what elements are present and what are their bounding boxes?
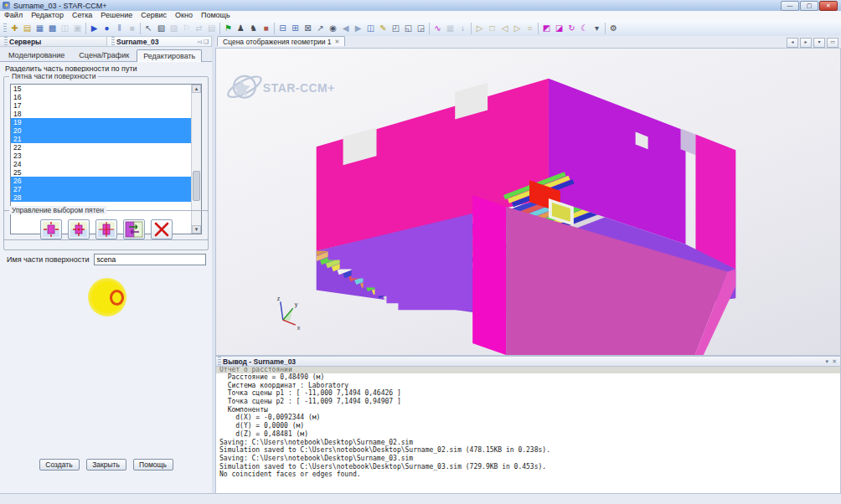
button-Помощь[interactable]: Помощь [133,459,173,471]
menu-Окно[interactable]: Окно [171,11,197,20]
menu-Редактор[interactable]: Редактор [27,11,68,20]
export-view-icon[interactable]: ↗ [314,22,327,35]
output-dropdown-icon[interactable]: ▾ [826,358,829,365]
snapshot-icon[interactable]: ⊟ [276,22,289,35]
patch-list-item[interactable]: 15 [11,85,201,93]
patch-list-item[interactable]: 23 [11,152,201,160]
document-panel-header[interactable]: Surname_03 ◅❏ [107,36,212,47]
button-Создать[interactable]: Создать [39,459,80,471]
deselect-icon[interactable]: ⊠ [302,22,314,35]
button-Закрыть[interactable]: Закрыть [86,459,126,471]
title-bar: ✦ Surname_03 - STAR-CCM+ —▢✕ [0,0,841,12]
play-anim-icon[interactable]: ▷ [473,22,486,35]
flag-icon: ⚐ [180,22,193,35]
close-tab-icon[interactable]: ✕ [335,39,340,45]
grid-layout-icon[interactable]: ◱ [402,22,415,35]
panel-grip [111,37,115,47]
patch-list-item[interactable]: 16 [11,93,201,101]
dark-scene-icon[interactable]: ☾ [578,22,591,35]
patch-list-item[interactable]: 21 [11,135,201,143]
run-icon[interactable]: ▶ [88,22,101,35]
toolbar-grip[interactable] [3,23,7,33]
patch-list-item[interactable]: 17 [11,101,201,110]
maximize-view-button[interactable]: ▭ [827,38,838,48]
arrow-down-icon[interactable]: ↓ [457,22,469,35]
menu-Помощь[interactable]: Помощь [197,11,235,20]
patch-list-item[interactable]: 28 [11,193,201,202]
tab-Моделирование[interactable]: Моделирование [2,49,71,61]
step-forward-icon[interactable]: ▷ [511,22,524,35]
record-icon[interactable]: ● [101,22,113,35]
scroll-tabs-left-button[interactable]: ◂ [787,38,798,48]
step-back-icon[interactable]: ◁ [498,22,511,35]
tab-Редактировать[interactable]: Редактировать [137,49,202,62]
patch-list-item[interactable]: 19 [11,118,201,126]
settings-gear-icon[interactable]: ⚙ [607,22,620,35]
tab-list-button[interactable]: ▾ [813,38,825,48]
scroll-up-icon[interactable]: ▲ [192,85,201,93]
shrink-selection-button[interactable] [68,219,90,239]
grow-shrink-selection-button[interactable] [95,219,117,239]
menu-Сервис[interactable]: Сервис [137,11,171,20]
patch-list-item[interactable]: 24 [11,160,201,168]
menu-Сетка[interactable]: Сетка [68,11,96,20]
mesh-scene-icon[interactable]: ◩ [540,22,553,35]
orbit-camera-icon[interactable]: ◉ [327,22,339,35]
patch-list-item[interactable]: 22 [11,143,201,152]
menu-Решение[interactable]: Решение [96,11,137,20]
minimize-button[interactable]: — [781,1,799,11]
scene-viewport[interactable]: STAR-CCM+ [215,48,841,356]
rubberband-select-icon[interactable]: ▧ [155,22,168,35]
copy-scene-icon[interactable]: ◫ [364,22,377,35]
record-anim-icon[interactable]: ○ [524,22,536,35]
halt-icon[interactable]: ■ [260,22,272,35]
output-header[interactable]: Вывод - Surname_03 ▾✕ [216,357,840,367]
document-header-icons: ◅❏ [197,39,209,45]
save-icon[interactable]: ▦ [34,22,46,35]
surface-name-input[interactable] [94,254,206,265]
run-man-icon[interactable]: ♞ [247,22,260,35]
view-forward-icon[interactable]: ▶ [352,22,364,35]
clear-selection-button[interactable] [151,219,173,239]
close-button[interactable]: ✕ [819,1,838,11]
output-console[interactable]: Отчет о расстоянии Расстояние = 0,48490 … [216,367,840,493]
rotate-scene-icon[interactable]: ↻ [565,22,578,35]
split-layout-icon[interactable]: ◲ [415,22,427,35]
copy-icon: ◫ [59,22,71,35]
tab-Сцена/График[interactable]: Сцена/График [72,49,136,61]
walk-icon[interactable]: ♟ [235,22,247,35]
stop-anim-icon[interactable]: □ [486,22,498,35]
clear-selection-icon [152,221,171,238]
axis-triad: z y x [277,296,301,331]
new-simulation-icon[interactable]: ✚ [8,22,21,35]
scrollbar-thumb[interactable] [193,171,200,201]
patch-list-item[interactable]: 26 [11,177,201,185]
scene-tab[interactable]: Сцена отображения геометрии 1 ✕ [217,36,345,46]
patch-list-item[interactable]: 25 [11,168,201,177]
pause-icon[interactable]: ‖ [113,22,126,35]
select-points-icon[interactable]: ↖ [142,22,155,35]
geometry-scene-icon[interactable]: ◪ [553,22,565,35]
plot-icon[interactable]: ∿ [431,22,444,35]
save-all-icon[interactable]: ▩ [46,22,59,35]
open-icon[interactable]: ▤ [21,22,34,35]
menu-Файл[interactable]: Файл [0,11,27,20]
edit-scene-icon[interactable]: ✎ [377,22,390,35]
notification-icon[interactable]: ◅ [197,39,201,45]
grow-selection-button[interactable] [40,219,62,239]
folder-grey-icon: ▤ [205,22,218,35]
invert-selection-button[interactable] [123,219,145,239]
output-close-icon[interactable]: ✕ [832,358,837,365]
scroll-tabs-right-button[interactable]: ▸ [800,38,812,48]
scene-dropdown-icon[interactable]: ▾ [591,22,603,35]
fit-view-icon[interactable]: ⊞ [289,22,302,35]
servers-panel-header[interactable]: Серверы [0,36,107,47]
single-layout-icon[interactable]: ◰ [390,22,402,35]
patch-list-item[interactable]: 20 [11,126,201,135]
patch-list-item[interactable]: 27 [11,185,201,193]
patch-list-item[interactable]: 18 [11,110,201,118]
view-back-icon[interactable]: ◀ [339,22,352,35]
start-solver-flag-icon[interactable]: ⚑ [222,22,235,35]
maximize-button[interactable]: ▢ [800,1,818,11]
float-window-icon[interactable]: ❏ [204,39,209,45]
